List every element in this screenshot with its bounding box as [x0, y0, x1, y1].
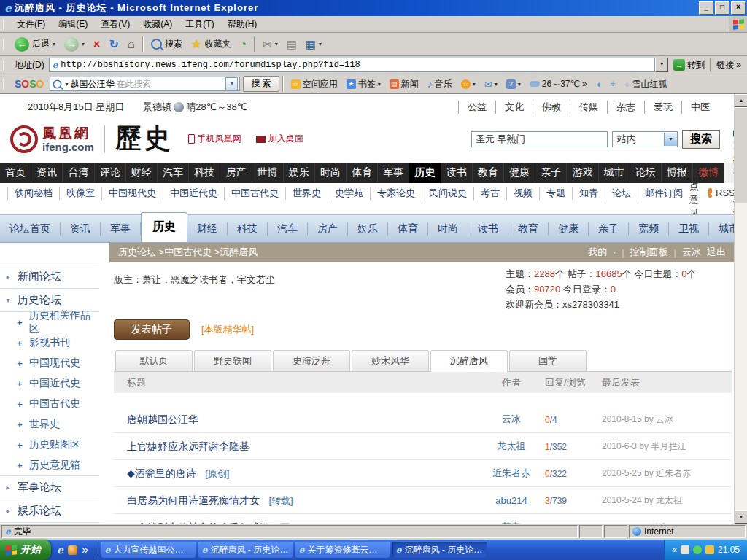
menu-item[interactable]: 编辑(E) — [52, 17, 94, 32]
minimize-button[interactable]: _ — [699, 1, 713, 15]
qzone-apps-button[interactable]: ☆ 空间应用 — [287, 78, 342, 90]
sidebar-item-label[interactable]: 历史论坛 — [18, 293, 61, 307]
qq-login-button[interactable]: ● 雪山红狐 — [620, 78, 672, 90]
go-button[interactable]: → 转到 — [668, 59, 710, 71]
rss-icon[interactable] — [708, 188, 712, 198]
more-chevron-icon[interactable]: » — [582, 79, 587, 89]
brand-domain[interactable]: ifeng.com — [42, 141, 94, 152]
expand-marker-icon[interactable]: ▾ — [4, 296, 12, 304]
sidebar-item-label[interactable]: 军事论坛 — [18, 481, 61, 494]
top-link[interactable]: 佛教 — [533, 101, 570, 114]
forum-nav-tab[interactable]: 科技 — [228, 222, 268, 236]
breadcrumb[interactable]: 历史论坛 >中国古代史 >沉醉唐风 — [118, 246, 258, 259]
sub-nav-item[interactable]: 中国近代史 — [163, 187, 224, 200]
main-nav-item[interactable]: 论坛 — [630, 163, 662, 183]
mail-button[interactable]: ✉ ▾ — [258, 36, 282, 53]
sub-nav-item[interactable]: 中国古代史 — [224, 187, 285, 200]
brand-cn[interactable]: 鳳凰網 — [42, 126, 94, 140]
expand-marker-icon[interactable]: + — [16, 419, 23, 430]
sub-nav-item[interactable]: 轶闻秘档 — [7, 187, 59, 200]
menu-item[interactable]: 工具(T) — [179, 17, 220, 32]
mail-dropdown-icon[interactable]: ▾ — [275, 41, 278, 47]
thread-author[interactable]: 龙太祖 — [478, 440, 545, 453]
thread-lastpost[interactable]: 2010-8-15 by 云冰 — [602, 413, 732, 426]
forum-nav-tab[interactable]: 历史 — [141, 212, 187, 242]
main-nav-item[interactable]: 健康 — [504, 163, 535, 183]
sidebar-item-label[interactable]: 中国古代史 — [29, 397, 80, 411]
stop-button[interactable]: × — [89, 36, 104, 53]
star-menu-button[interactable]: ☆ ▾ — [457, 79, 480, 89]
sub-nav-item[interactable]: 考古 — [473, 187, 506, 200]
sidebar-item[interactable]: + 影视书刊 — [0, 332, 99, 353]
sub-nav-item[interactable]: 民间说史 — [422, 187, 473, 200]
favorites-button[interactable]: ★ 收藏夹 — [187, 35, 235, 53]
sidebar-item[interactable]: ▸ 娱乐论坛 — [0, 499, 99, 522]
history-button[interactable]: ◔ — [235, 36, 251, 53]
sub-nav-item[interactable]: 知青 — [572, 187, 605, 200]
search-button[interactable]: 搜索 — [147, 36, 187, 52]
sidebar-item[interactable]: + 中国现代史 — [0, 353, 99, 373]
top-link[interactable]: 中医 — [681, 101, 719, 114]
thread-link[interactable]: 白居易为何用诗逼死痴情才女 — [127, 494, 260, 506]
add-button[interactable]: + — [606, 79, 620, 89]
sidebar-item[interactable]: + 中国古代史 — [0, 394, 99, 414]
print-button[interactable]: ▤ — [282, 36, 301, 53]
board-tab[interactable]: 史海泛舟 — [273, 350, 350, 371]
scroll-down-button[interactable]: ▼ — [735, 510, 747, 524]
sidebar-item[interactable]: + 历史相关作品区 — [0, 312, 99, 332]
soso-search-button[interactable]: 搜 索 — [243, 76, 279, 92]
main-nav-item[interactable]: 娱乐 — [284, 163, 315, 183]
thread-link[interactable]: 唐朝越国公汪华 — [127, 413, 198, 425]
site-search-input[interactable]: 圣元 早熟门 — [471, 131, 608, 147]
sub-nav-item[interactable]: 邮件订阅 — [638, 187, 689, 200]
main-nav-item[interactable]: 博报 — [662, 163, 693, 183]
ie-quicklaunch-icon[interactable]: e — [57, 544, 63, 556]
sidebar-item[interactable]: + 历史意见箱 — [0, 455, 99, 475]
main-nav-item[interactable]: 财经 — [126, 163, 158, 183]
new-post-button[interactable]: 发表帖子 — [114, 319, 190, 340]
board-tab[interactable]: 国学 — [509, 350, 587, 371]
thread-author[interactable]: abu214 — [478, 495, 545, 506]
sub-nav-item[interactable]: 专题 — [539, 187, 572, 200]
expand-marker-icon[interactable]: + — [16, 358, 23, 369]
quicklaunch-chevron-icon[interactable]: » — [82, 543, 88, 556]
board-tab[interactable]: 默认页 — [115, 350, 193, 371]
home-button[interactable]: ⌂ — [123, 35, 139, 54]
engine-dropdown-icon[interactable]: ▾ — [65, 81, 68, 88]
toolbar-grip[interactable] — [3, 59, 7, 71]
forum-nav-tab[interactable]: 体育 — [388, 222, 428, 236]
sub-nav-item[interactable]: 专家论史 — [370, 187, 422, 200]
sidebar-item[interactable]: ▸ 军事论坛 — [0, 475, 99, 499]
menu-item[interactable]: 查看(V) — [94, 17, 136, 32]
sub-nav-item[interactable]: 中国现代史 — [101, 187, 163, 200]
main-nav-item[interactable]: 首页 — [0, 163, 31, 183]
main-nav-item[interactable]: 游戏 — [567, 163, 598, 183]
main-nav-item[interactable]: 城市 — [599, 163, 630, 183]
main-nav-item[interactable]: 评论 — [95, 163, 126, 183]
expand-marker-icon[interactable]: ▸ — [4, 273, 12, 281]
sub-nav-item[interactable]: 视频 — [506, 187, 539, 200]
address-dropdown-button[interactable]: ▾ — [655, 58, 668, 72]
bookmarks-button[interactable]: ★ 书签 ▾ — [342, 78, 385, 90]
help-menu-button[interactable]: ? ▾ — [502, 79, 525, 89]
forum-nav-tab[interactable]: 汽车 — [268, 222, 308, 236]
thread-lastpost[interactable]: 2010-5-25 by 近朱者赤 — [602, 467, 732, 480]
main-nav-item[interactable]: 亲子 — [535, 163, 567, 183]
sidebar-item-label[interactable]: 历史相关作品区 — [29, 309, 99, 335]
scroll-up-button[interactable]: ▲ — [735, 94, 747, 107]
forum-nav-tab[interactable]: 宽频 — [629, 222, 669, 236]
soso-query[interactable]: 越国公汪华 — [70, 78, 114, 90]
sub-nav-item[interactable]: 世界史 — [285, 187, 328, 200]
expand-marker-icon[interactable]: + — [16, 378, 23, 389]
rss-link[interactable]: RSS — [716, 187, 735, 198]
sidebar-item[interactable]: + 中国近代史 — [0, 373, 99, 394]
scrollbar-thumb[interactable] — [735, 107, 747, 203]
main-nav-item[interactable]: 资讯 — [31, 163, 63, 183]
top-link[interactable]: 文化 — [495, 101, 533, 114]
antivirus-tray-icon[interactable] — [693, 545, 702, 554]
thread-tag[interactable]: [转载] — [268, 495, 293, 506]
site-search-button[interactable]: 搜索 — [682, 130, 720, 149]
forward-dropdown-icon[interactable]: ▾ — [82, 41, 85, 47]
forum-nav-tab[interactable]: 房产 — [308, 222, 348, 236]
toolbar-grip[interactable] — [3, 78, 7, 90]
